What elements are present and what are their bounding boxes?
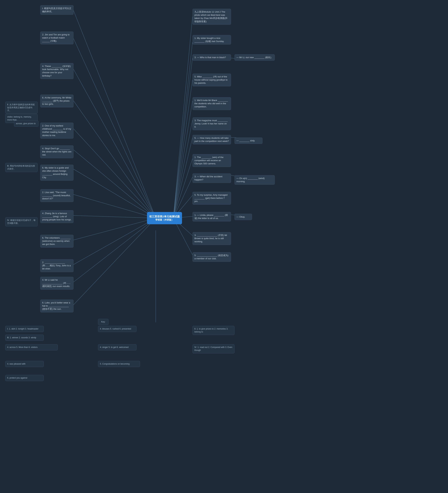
- key-label: Key:: [98, 319, 108, 325]
- node-2-memory: 2. One of my earliest childhood ________…: [40, 123, 74, 139]
- key-IV: Ⅳ. 1. read out 2. Compared with 3. Even …: [192, 344, 235, 353]
- svg-line-7: [74, 169, 156, 218]
- node-4-blouses: 4. These ________ (女衬衫) look fashionable…: [40, 63, 74, 79]
- svg-line-0: [173, 17, 192, 218]
- key-III: Ⅲ. 1. winner 2. sounds 3. windy: [5, 335, 44, 341]
- key-singer: 4. singer 5. to get 6. welcomed: [98, 344, 137, 350]
- key-protect: 6. protect you against: [5, 375, 44, 381]
- node-r5-amy: 5. To my surprise, Amy managed ________ …: [192, 192, 231, 205]
- mind-map: 初三英语第2单元检测试题 带答案（外研版） 九上英语Module 11 Unit…: [0, 0, 448, 493]
- svg-line-10: [74, 218, 156, 240]
- node-6-protect: 6. Luke, you'd better wear a hat to ____…: [40, 300, 74, 312]
- node-r1-okay-ans: — Okay.: [235, 214, 252, 220]
- svg-line-12: [74, 218, 156, 282]
- svg-line-9: [74, 215, 156, 218]
- svg-line-3: [74, 69, 156, 218]
- node-r1-skirt: 1. My sister bought a nice ________ (短裙)…: [192, 35, 231, 45]
- key-blouses: 4. blouses 5. rushed 6. presented: [98, 326, 137, 332]
- section-II-label: Ⅱ. 从方框中选择适当的单词或短语并用其正确形式完成句子。: [5, 102, 38, 113]
- svg-line-13: [74, 218, 156, 305]
- node-r5-howmany: 5. — How many students will take part in…: [192, 135, 231, 144]
- node-r3-black-ans: — Mr Li, our new ________ (校长).: [235, 54, 275, 61]
- key-II: Ⅱ. 1. to give prizes to 2. memories 3. b…: [192, 326, 235, 335]
- node-r1-invite: 1. We'll invite Mr Black ________ the st…: [192, 97, 231, 110]
- svg-line-16: [173, 80, 192, 218]
- svg-line-18: [173, 120, 192, 218]
- section-IV-label: Ⅳ. 根据汉语提示完成句子，每空词数不限。: [5, 217, 38, 226]
- node-6-guide: 6. My sister is a guide and she often sh…: [40, 165, 74, 181]
- node-r3-eventhough: 3. ________________ (尽管) Mr Brown is qui…: [192, 232, 231, 245]
- section-III-label: Ⅲ. 用括号内所给单词的适当形式填空。: [5, 163, 38, 172]
- svg-line-1: [74, 11, 156, 218]
- node-I-instruction: Ⅰ. 根据句意及汉语提示写出正确的单词。: [40, 5, 74, 15]
- node-2-football: 2. Jim and Tim are going to watch a foot…: [40, 32, 74, 44]
- key-I: Ⅰ. 1. skirt 2. tonight 3. headmaster: [5, 326, 44, 332]
- node-r3-magazine: 3. The magazine must ________ Jenny. Loo…: [192, 117, 231, 130]
- svg-line-15: [173, 58, 192, 218]
- header-node: 九上英语Module 11 Unit 2 The photo which we …: [192, 9, 231, 25]
- svg-line-19: [173, 137, 192, 218]
- key-congrats: 5. Congratulations on becoming: [98, 361, 140, 367]
- svg-line-11: [74, 218, 156, 265]
- svg-line-4: [74, 101, 156, 218]
- node-r5-congrats: 5. ________________ (祝贺成为) a member of o…: [192, 252, 231, 262]
- node-2-compared: 2. ________________ (和……相比) Tony, John i…: [40, 259, 74, 272]
- node-r3-windy-ans: — On a(n) ________ (wind) morning.: [235, 175, 275, 185]
- node-r3-accident: 3. — When did the accident happen?: [192, 173, 231, 183]
- section-II-words2: across, give prizes to: [14, 121, 39, 127]
- svg-line-14: [173, 42, 192, 218]
- node-r5-rushed: 5. Mike ________ (冲) out of the house wi…: [192, 74, 231, 86]
- svg-line-2: [74, 39, 156, 218]
- node-r1-winner: 1. The ________ (win) of the competition…: [192, 154, 231, 167]
- svg-line-6: [74, 150, 156, 218]
- node-6-ceremony: 6. At the ceremony, Mr White ________ (授…: [40, 95, 74, 107]
- svg-line-5: [74, 129, 156, 218]
- node-2-music: 2. Lisa said, "The music ________ (sound…: [40, 189, 74, 202]
- svg-line-8: [74, 194, 156, 218]
- key-across: 4. across 5. More than 6. visitors: [5, 344, 58, 350]
- node-r1-linda: 1. — Linda, please ________ (朗读) the let…: [192, 212, 231, 222]
- node-4-singer: 4. Zhang Jie is a famous ________ (sing)…: [40, 210, 74, 223]
- node-6-volunteers: 6. The volunteers ________ (welcome) us …: [40, 235, 74, 247]
- svg-line-17: [173, 101, 192, 218]
- node-r5-sixty-ans: — ________ sixty.: [235, 137, 263, 144]
- node-4-pleased: 4. Mr Li said he ________________ (对……感到…: [40, 277, 74, 290]
- center-node: 初三英语第2单元检测试题 带答案（外研版）: [147, 212, 182, 224]
- node-4-street: 4. Stop! Don't go ________ the street wh…: [40, 146, 74, 158]
- svg-line-20: [173, 158, 192, 218]
- key-pleased: 4. was pleased with: [5, 361, 44, 367]
- node-r3-black: 3. — Who is that man in black?: [192, 54, 231, 61]
